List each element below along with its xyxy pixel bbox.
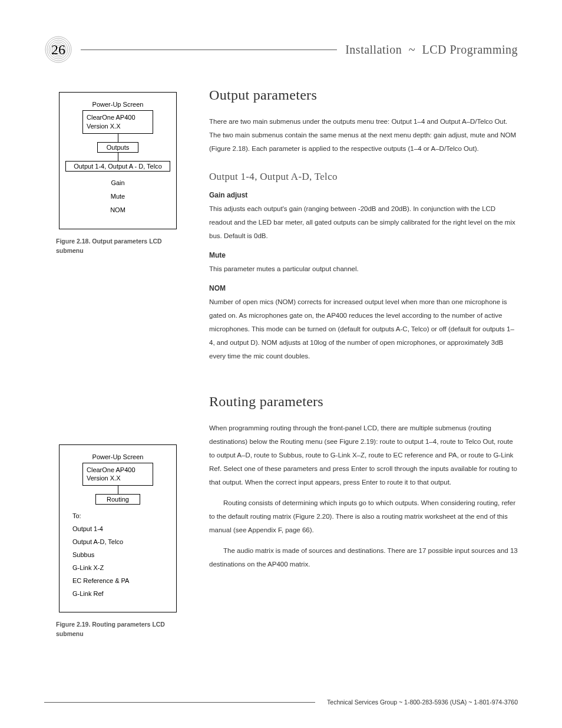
body-text: There are two main submenus under the ou… (209, 115, 518, 156)
diagram-label: Power-Up Screen (65, 101, 170, 108)
body-text: When programming routing through the fro… (209, 421, 518, 489)
list-item: G-Link Ref (72, 587, 170, 600)
list-item: NOM (65, 203, 170, 217)
connector-line (118, 486, 118, 494)
page-number: 26 (51, 42, 65, 58)
figure-caption: Figure 2.18. Output parameters LCD subme… (56, 236, 180, 256)
diagram-text: ClearOne AP400 (87, 466, 149, 475)
figure-caption: Figure 2.19. Routing parameters LCD subm… (56, 620, 180, 639)
diagram-brand-box: ClearOne AP400 Version X.X (82, 110, 153, 134)
diagram-text: Version X.X (87, 122, 149, 131)
page-footer: Technical Services Group ~ 1-800-283-593… (44, 699, 518, 706)
footer-rule (44, 702, 315, 703)
page-number-badge: 26 (44, 35, 72, 64)
list-item: Output A-D, Telco (72, 535, 170, 548)
header-rule (81, 50, 337, 50)
subsection-title: Output 1-4, Output A-D, Telco (209, 171, 518, 183)
figure-2-18-diagram: Power-Up Screen ClearOne AP400 Version X… (59, 92, 177, 229)
tilde-icon: ~ (409, 43, 415, 56)
body-text: Number of open mics (NOM) corrects for i… (209, 295, 518, 363)
param-heading-gain: Gain adjust (209, 191, 518, 199)
breadcrumb-section: Installation (345, 43, 402, 56)
diagram-brand-box: ClearOne AP400 Version X.X (82, 463, 153, 486)
diagram-menu-box: Routing (95, 494, 140, 505)
list-item: Gain (65, 176, 170, 190)
body-text: This adjusts each output's gain (ranging… (209, 202, 518, 243)
diagram-row-box: Output 1-4, Output A - D, Telco (65, 161, 170, 172)
list-item: Subbus (72, 548, 170, 561)
diagram-item-list: Gain Mute NOM (65, 176, 170, 217)
figure-2-19-diagram: Power-Up Screen ClearOne AP400 Version X… (59, 444, 177, 613)
footer-text: Technical Services Group ~ 1-800-283-593… (327, 699, 518, 706)
page-header: 26 Installation ~ LCD Programming (44, 35, 518, 64)
body-text: This parameter mutes a particular output… (209, 262, 518, 276)
list-item: Output 1-4 (72, 522, 170, 535)
diagram-text: Version X.X (87, 474, 149, 483)
list-item: G-Link X-Z (72, 561, 170, 574)
breadcrumb-page: LCD Programming (422, 43, 518, 56)
body-text: Routing consists of determining which in… (209, 496, 518, 537)
section-title: Routing parameters (209, 394, 518, 410)
sidebar: Power-Up Screen ClearOne AP400 Version X… (44, 87, 191, 639)
main-content: Output parameters There are two main sub… (191, 87, 518, 639)
list-item: Mute (65, 190, 170, 203)
body-text: The audio matrix is made of sources and … (209, 544, 518, 571)
list-item: EC Reference & PA (72, 574, 170, 587)
section-title: Output parameters (209, 87, 518, 103)
diagram-item-list: To: Output 1-4 Output A-D, Telco Subbus … (65, 509, 170, 600)
param-heading-mute: Mute (209, 251, 518, 259)
param-heading-nom: NOM (209, 284, 518, 292)
diagram-label: Power-Up Screen (65, 453, 170, 460)
connector-line (118, 153, 118, 161)
connector-line (118, 134, 118, 142)
diagram-menu-box: Outputs (97, 142, 138, 153)
list-item: To: (72, 509, 170, 522)
breadcrumb: Installation ~ LCD Programming (345, 43, 518, 57)
diagram-text: ClearOne AP400 (87, 113, 149, 122)
